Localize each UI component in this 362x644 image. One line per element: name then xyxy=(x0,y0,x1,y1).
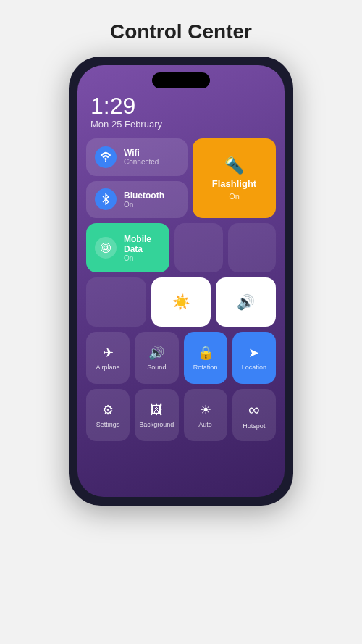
flashlight-tile[interactable]: 🔦 Flashlight On xyxy=(193,138,276,218)
settings-icon: ⚙ xyxy=(102,402,114,418)
brightness-icon: ☀️ xyxy=(172,293,190,311)
background-tile[interactable]: 🖼 Background xyxy=(135,389,178,441)
dark-tile-left[interactable] xyxy=(86,277,146,327)
sound-tile[interactable]: 🔊 Sound xyxy=(135,332,178,384)
clock: 1:29 xyxy=(90,94,272,117)
flashlight-icon: 🔦 xyxy=(224,156,244,175)
wifi-tile[interactable]: Wifi Connected xyxy=(86,138,188,176)
dark-tile-2[interactable] xyxy=(228,223,276,272)
phone-screen: 1:29 Mon 25 February xyxy=(77,65,285,497)
row-3: ☀️ 🔊 xyxy=(86,277,276,327)
auto-tile[interactable]: ☀ Auto xyxy=(184,389,227,441)
location-tile[interactable]: ➤ Location xyxy=(232,332,276,384)
status-area: 1:29 Mon 25 February xyxy=(77,88,285,133)
row-4: ✈ Airplane 🔊 Sound 🔒 Rotation ➤ Location xyxy=(86,332,276,384)
row-5: ⚙ Settings 🖼 Background ☀ Auto ∞ Hotspot xyxy=(86,389,276,441)
auto-icon: ☀ xyxy=(200,402,211,418)
wifi-label: Wifi Connected xyxy=(124,148,159,166)
airplane-icon: ✈ xyxy=(103,345,114,361)
dark-tile-1[interactable] xyxy=(174,223,222,272)
svg-point-0 xyxy=(105,160,106,162)
dynamic-island xyxy=(152,72,210,88)
background-icon: 🖼 xyxy=(150,403,163,418)
airplane-tile[interactable]: ✈ Airplane xyxy=(86,332,130,384)
mobile-data-icon xyxy=(95,237,117,259)
rotation-icon: 🔒 xyxy=(198,345,214,361)
row-1: Wifi Connected B xyxy=(86,138,276,218)
settings-tile[interactable]: ⚙ Settings xyxy=(86,389,130,441)
controls-grid: Wifi Connected B xyxy=(77,133,285,497)
rotation-tile[interactable]: 🔒 Rotation xyxy=(184,332,227,384)
hotspot-icon: ∞ xyxy=(248,401,260,419)
volume-tile[interactable]: 🔊 xyxy=(216,277,276,327)
brightness-tile[interactable]: ☀️ xyxy=(151,277,211,327)
bluetooth-label: Bluetooth On xyxy=(124,191,164,209)
bluetooth-icon xyxy=(95,188,117,210)
phone-shell: 1:29 Mon 25 February xyxy=(69,57,293,506)
mobile-data-label: Mobile Data On xyxy=(124,234,161,262)
date: Mon 25 February xyxy=(90,119,272,130)
volume-icon: 🔊 xyxy=(237,293,255,311)
left-col: Wifi Connected B xyxy=(86,138,188,218)
hotspot-tile[interactable]: ∞ Hotspot xyxy=(232,389,276,441)
bluetooth-tile[interactable]: Bluetooth On xyxy=(86,181,188,219)
mobile-data-tile[interactable]: Mobile Data On xyxy=(86,223,169,272)
svg-point-3 xyxy=(104,246,107,249)
sound-icon: 🔊 xyxy=(148,345,164,361)
wifi-icon xyxy=(95,146,117,168)
page-title: Control Center xyxy=(110,20,252,43)
row-2: Mobile Data On xyxy=(86,223,276,272)
location-icon: ➤ xyxy=(248,345,259,361)
